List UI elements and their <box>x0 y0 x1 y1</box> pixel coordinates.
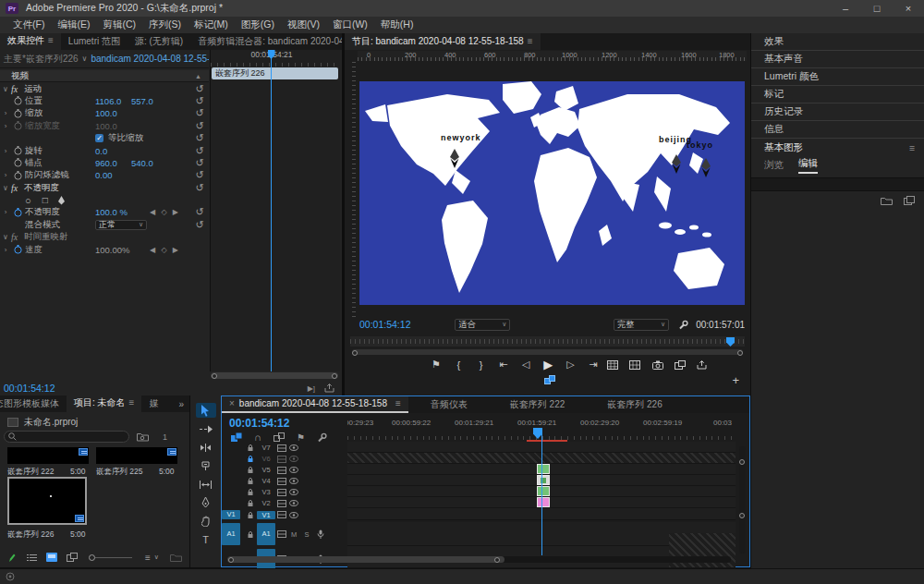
antiflicker-value[interactable]: 0.00 <box>95 170 131 180</box>
panel-tab-history[interactable]: 历史记录 <box>751 103 924 121</box>
source-patch-a1[interactable]: A1 <box>222 523 240 545</box>
reset-icon[interactable]: ↺ <box>190 120 209 132</box>
sync-lock-icon[interactable] <box>275 489 287 496</box>
timeline-settings-wrench-icon[interactable] <box>317 432 327 443</box>
rect-mask-icon[interactable]: □ <box>43 195 48 205</box>
panel-menu-icon[interactable]: ≡ <box>395 398 401 408</box>
ripple-edit-tool[interactable] <box>196 440 216 455</box>
tab-edit[interactable]: 编辑 <box>798 157 818 174</box>
lock-icon[interactable] <box>244 466 257 474</box>
razor-tool[interactable] <box>196 458 216 473</box>
monitor-scrub-bar[interactable] <box>350 336 745 347</box>
panel-tab-effects[interactable]: 效果 <box>751 33 924 51</box>
extract-button[interactable] <box>629 360 646 370</box>
eye-icon[interactable] <box>287 467 299 473</box>
reset-icon[interactable]: ↺ <box>190 157 209 169</box>
stopwatch-icon-active[interactable] <box>11 245 25 254</box>
settings-wrench-icon[interactable] <box>678 320 688 330</box>
export-media-button[interactable] <box>697 360 713 370</box>
program-current-timecode[interactable]: 00:01:54:12 <box>359 319 410 330</box>
panel-tab-lumetri-color[interactable]: Lumetri 颜色 <box>751 68 924 86</box>
stopwatch-icon[interactable] <box>11 171 25 180</box>
zoom-slider-track[interactable] <box>95 557 132 558</box>
play-only-icon[interactable]: ▶] <box>308 384 315 393</box>
snap-magnet-icon[interactable]: ∩ <box>254 432 261 443</box>
stopwatch-icon[interactable] <box>11 146 25 155</box>
sync-lock-icon[interactable] <box>275 456 287 463</box>
tab-program-monitor[interactable]: 节目: bandicam 2020-04-08 12-55-18-158≡ <box>345 33 541 50</box>
keyframe-nav[interactable]: ◀ ◇ ▶ <box>143 246 180 254</box>
sync-lock-icon[interactable] <box>275 444 287 452</box>
add-marker-button[interactable]: ⚑ <box>428 359 444 371</box>
clip-v5-green[interactable] <box>537 464 550 474</box>
project-writable-icon[interactable] <box>7 553 16 563</box>
folder-icon[interactable] <box>881 196 893 205</box>
project-item-thumbnail[interactable] <box>96 447 177 464</box>
clip-v3-green[interactable] <box>537 486 550 496</box>
pen-mask-icon[interactable] <box>57 196 66 205</box>
timeline-vertical-scrollbar[interactable] <box>739 446 746 554</box>
rotation-value[interactable]: 0.0 <box>95 146 131 156</box>
sync-lock-icon[interactable] <box>275 511 287 518</box>
panel-tab-essential-graphics[interactable]: 基本图形 ≡ <box>751 139 924 156</box>
source-patch-v1[interactable]: V1 <box>222 510 240 519</box>
reset-icon[interactable]: ↺ <box>190 145 209 157</box>
anchor-y-value[interactable]: 540.0 <box>131 158 167 168</box>
close-icon[interactable]: × <box>229 398 235 408</box>
sync-lock-icon[interactable] <box>275 478 287 485</box>
slip-tool[interactable] <box>196 477 216 492</box>
menu-window[interactable]: 窗口(W) <box>333 18 368 31</box>
monitor-zoom-scrollbar[interactable] <box>352 349 743 355</box>
ec-horizontal-scrollbar[interactable] <box>211 372 338 379</box>
reset-icon[interactable]: ↺ <box>190 206 209 218</box>
new-layer-icon[interactable] <box>904 196 915 205</box>
icon-view-icon[interactable] <box>46 553 57 562</box>
menu-edit[interactable]: 编辑(E) <box>57 18 90 31</box>
playback-resolution-dropdown[interactable]: 完整∨ <box>614 319 669 331</box>
maximize-button[interactable]: □ <box>861 0 893 17</box>
ec-clip-bar[interactable]: 嵌套序列 226 <box>212 67 338 79</box>
project-item-thumbnail-selected[interactable] <box>7 477 87 525</box>
export-icon[interactable] <box>324 383 334 393</box>
sync-lock-icon[interactable] <box>275 500 287 507</box>
lock-icon[interactable] <box>244 477 257 485</box>
panel-menu-icon[interactable]: ≡ <box>909 142 915 153</box>
mark-in-button[interactable]: { <box>450 359 467 371</box>
step-back-button[interactable]: ◁ <box>517 359 534 371</box>
lock-icon[interactable] <box>244 499 257 507</box>
reset-icon[interactable]: ↺ <box>190 182 209 194</box>
stopwatch-icon[interactable] <box>11 109 25 118</box>
track-name[interactable]: V1 <box>257 511 275 519</box>
button-editor-add-icon[interactable]: + <box>732 373 739 387</box>
project-search-input[interactable] <box>4 431 129 443</box>
sync-lock-icon[interactable] <box>275 530 287 538</box>
project-item-name[interactable]: 嵌套序列 225 <box>96 467 143 478</box>
lift-button[interactable] <box>607 360 624 370</box>
keyframe-nav[interactable]: ◀ ◇ ▶ <box>143 208 180 216</box>
play-button[interactable]: ▶ <box>540 358 556 371</box>
ec-current-timecode[interactable]: 00:01:54:12 <box>4 383 55 394</box>
reset-icon[interactable]: ↺ <box>190 95 209 107</box>
stopwatch-icon[interactable] <box>11 96 25 105</box>
anchor-x-value[interactable]: 960.0 <box>95 158 131 168</box>
track-name[interactable]: V4 <box>257 477 275 485</box>
hand-tool[interactable] <box>196 514 216 529</box>
tab-nested-sequence-222[interactable]: 嵌套序列 222 <box>503 396 572 413</box>
chevron-down-icon[interactable]: ∨ <box>154 554 159 561</box>
close-button[interactable]: × <box>893 0 924 17</box>
timeline-horizontal-scrollbar[interactable] <box>227 556 731 563</box>
ellipse-mask-icon[interactable]: ○ <box>25 195 37 206</box>
track-name[interactable]: V5 <box>257 466 275 474</box>
track-name[interactable]: A1 <box>257 523 275 545</box>
go-to-in-button[interactable]: ⇤ <box>495 359 512 371</box>
tab-source-monitor[interactable]: 源: (无剪辑) <box>128 33 190 50</box>
track-name[interactable]: V3 <box>257 488 275 496</box>
go-to-out-button[interactable]: ⇥ <box>585 359 602 371</box>
lock-icon[interactable] <box>244 444 257 452</box>
mute-button[interactable]: M <box>287 530 300 539</box>
type-tool[interactable]: T <box>196 532 216 547</box>
export-frame-button[interactable] <box>652 360 669 370</box>
scale-value[interactable]: 100.0 <box>95 108 131 118</box>
tab-overflow-icon[interactable]: » <box>173 399 189 409</box>
section-video[interactable]: 视频 ▲ <box>0 70 209 82</box>
